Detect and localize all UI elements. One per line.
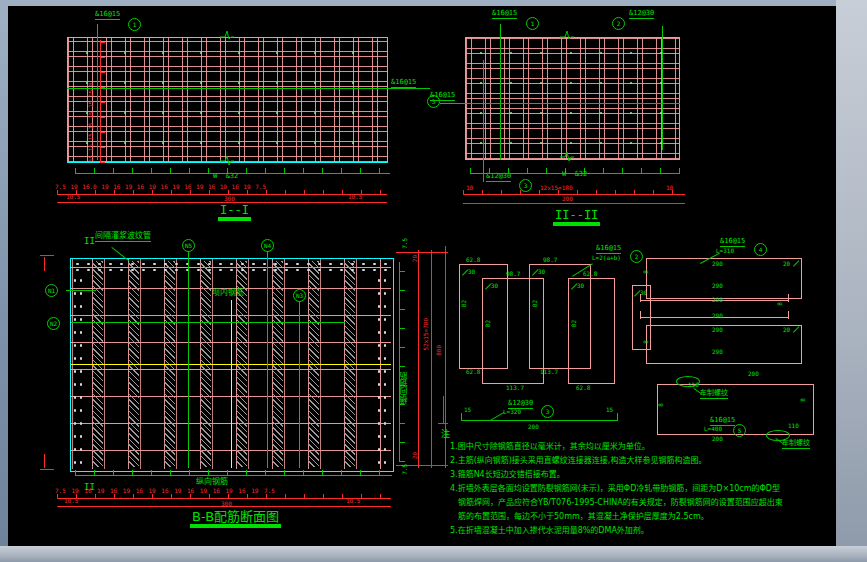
dimension-line xyxy=(438,423,448,424)
bar-symbol-row xyxy=(72,261,390,273)
rebar-callout: &16@15 xyxy=(95,11,120,20)
highlight-bar-line xyxy=(440,103,680,104)
note-line: 3.箍筋N4长短边交错搭接布置。 xyxy=(450,471,565,479)
rebar-callout: &16@15 xyxy=(596,245,621,254)
thread-length-dim: 110 xyxy=(788,423,799,429)
dim-total: 200 xyxy=(562,196,573,202)
bar-length: 290 xyxy=(712,313,723,319)
thread-note: 车制螺纹 xyxy=(700,390,728,399)
section-cut-mark xyxy=(40,255,54,256)
width-dim: 113.7 xyxy=(540,369,558,375)
bar-hook xyxy=(640,311,641,319)
width-dim: 62.8 xyxy=(576,385,590,391)
dimension-line xyxy=(57,506,391,507)
leader-line xyxy=(483,60,484,182)
note-line: 4.折墙外表层各面均设置防裂钢筋网(未示)，采用ΦD冷轧带肋钢筋，间距为D×10… xyxy=(450,485,780,493)
stirrup-shape xyxy=(568,278,615,384)
note-line: 钢筋焊网，产品应符合YB/T076-1995-CHINA的有关规定，防裂钢筋网的… xyxy=(458,499,783,507)
dim-edge: 10.5 xyxy=(348,194,362,200)
width-dim: 98.7 xyxy=(506,271,520,277)
green-dimension-line xyxy=(75,470,392,476)
dimension-line xyxy=(396,252,448,253)
section-cut-mark xyxy=(44,257,45,271)
section-cut-mark xyxy=(44,454,45,468)
dimension-line xyxy=(418,250,419,468)
hook-bar-line xyxy=(461,420,617,421)
bar-shape xyxy=(646,325,802,364)
vdim-value: 52x15=780 xyxy=(423,318,429,351)
yellow-grid-line xyxy=(231,300,232,468)
end-dim: 20 xyxy=(783,261,790,267)
right-scroll-panel[interactable] xyxy=(836,0,867,562)
bar-symbol-column xyxy=(72,274,84,468)
dim-edge: 10.5 xyxy=(346,498,360,504)
vdim-value: 7.5 xyxy=(402,238,408,249)
section-cut-mark xyxy=(40,469,54,470)
thread-note: 车制螺纹 xyxy=(782,440,810,449)
duct-callout: 间隔灌浆波纹管 xyxy=(95,232,151,242)
bar-mark-bubble: 3 xyxy=(541,405,554,418)
note-line: 2.主筋(纵向钢筋)接头采用直螺纹连接器连接,构造大样参见钢筋构造图。 xyxy=(450,457,706,465)
leader-line xyxy=(662,26,663,150)
bar-mark-bubble: 1 xyxy=(128,18,141,31)
bar-hook xyxy=(640,294,641,302)
leader-line xyxy=(71,322,345,323)
height-dim: 82 xyxy=(485,320,491,327)
bar-symbol-column xyxy=(376,274,390,468)
segment-dim: 200 xyxy=(712,436,723,442)
bar-mark-bubble: N2 xyxy=(47,317,60,330)
mid-dim: 200 xyxy=(528,424,539,430)
width-dim: 62.8 xyxy=(583,271,597,277)
section-i-outline xyxy=(67,37,388,163)
break-mark-icon xyxy=(560,30,574,40)
rebar-callout: &16@15 xyxy=(492,10,517,19)
end-dim: 20 xyxy=(783,327,790,333)
note-line: 1.图中尺寸除钢筋直径以毫米计，其余均以厘米为单位。 xyxy=(450,443,650,451)
width-dim: 113.7 xyxy=(506,385,524,391)
transverse-rebar-label: 横向钢筋 xyxy=(401,372,409,404)
bar-length: 290 xyxy=(712,283,723,289)
note-line: 5.在折墙混凝土中加入掺代水泥用量8%的DMA外加剂。 xyxy=(450,527,649,535)
height-dim: 82 xyxy=(461,300,467,307)
bar-mark-bubble: 1 xyxy=(526,17,539,30)
bottom-scroll-panel[interactable] xyxy=(0,546,867,562)
dimension-line xyxy=(431,250,432,468)
bar-dia: 8 xyxy=(658,403,664,407)
bar-mark-bubble: N4 xyxy=(261,239,274,252)
section-ii-title: II--II xyxy=(553,209,600,223)
vdim-value: 20 xyxy=(412,452,418,459)
leader-line xyxy=(66,290,96,291)
leader-line xyxy=(97,24,98,160)
bar-hook xyxy=(788,294,789,302)
width-dim: 62.8 xyxy=(466,257,480,263)
w-dimension-label: W &32 xyxy=(562,171,587,178)
segment-dim: 200 xyxy=(748,371,759,377)
left-dimension-values: 15 15 15 15 15 15 15 8 xyxy=(88,44,94,162)
leader-line xyxy=(500,24,501,160)
bar-length-formula: L=400 xyxy=(704,426,722,432)
bar-dia: 8 xyxy=(643,270,649,274)
break-mark-icon xyxy=(220,156,234,166)
rebar-callout: &16@15 xyxy=(430,92,455,101)
bend-dim: 30 xyxy=(538,269,545,275)
hook-dim: 15 xyxy=(606,407,613,413)
break-mark-icon xyxy=(220,30,234,40)
vdim-value: 7.5 xyxy=(402,464,408,475)
rebar-callout: &12@30 xyxy=(629,10,654,19)
bar-dia: 8 xyxy=(800,398,806,402)
bar-mark-bubble: 2 xyxy=(612,17,625,30)
dimension-line xyxy=(443,396,444,424)
rebar-callout: &16@15 xyxy=(391,79,416,88)
bar-length: 290 xyxy=(712,297,723,303)
bar-length: 290 xyxy=(712,261,723,267)
w-dimension-label: W &32 xyxy=(213,173,238,180)
hook-dim: 15 xyxy=(464,407,471,413)
leader-line xyxy=(299,301,300,468)
bar-dia: 8 xyxy=(777,302,783,306)
width-dim: 62.8 xyxy=(466,369,480,375)
bar-mark-bubble: 2 xyxy=(630,250,643,263)
width-dim: 98.7 xyxy=(543,257,557,263)
dimension-line xyxy=(57,190,387,195)
dim-edge: 10.5 xyxy=(66,194,80,200)
break-mark-icon xyxy=(560,152,574,162)
